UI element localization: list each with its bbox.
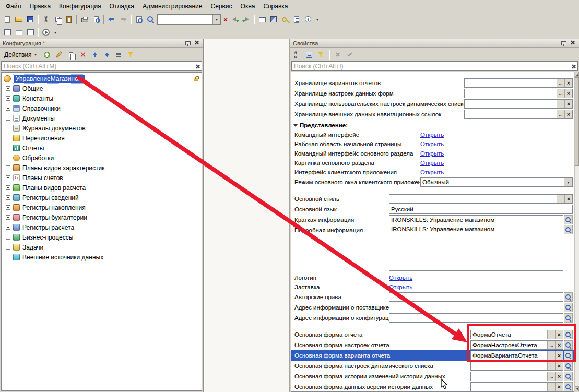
expand-icon[interactable] [6, 185, 10, 190]
open-editor-button[interactable] [564, 361, 573, 371]
new-document-button[interactable] [2, 14, 13, 25]
property-row-brief-information[interactable]: Краткая информация IRONSKILLS: Управлени… [291, 215, 574, 225]
clear-combo-button[interactable]: × [222, 14, 229, 25]
scroll-up-button[interactable] [575, 72, 579, 77]
open-button[interactable] [13, 14, 25, 25]
clear-value-button[interactable]: × [564, 110, 572, 118]
expand-icon[interactable] [6, 96, 10, 101]
scrollbar-thumb[interactable] [575, 77, 579, 166]
expand-icon[interactable] [6, 165, 10, 170]
property-row-main-window-mode[interactable]: Режим основного окна клиентского приложе… [291, 177, 574, 187]
expand-icon[interactable] [6, 215, 10, 220]
toolbar2-options-button[interactable]: ▼ [52, 27, 59, 38]
confirm-button[interactable] [344, 49, 356, 61]
property-value-field[interactable]: ...× [470, 382, 563, 391]
info-button[interactable] [302, 14, 314, 25]
sort-button[interactable] [113, 49, 125, 61]
property-row-storage-form-data-settings[interactable]: Хранилище настроек данных форм ...× [291, 88, 574, 99]
clear-value-button[interactable]: × [564, 195, 572, 203]
property-row-command-interface[interactable]: Командный интерфейс Открыть [291, 130, 574, 139]
expand-icon[interactable] [6, 116, 10, 121]
ellipsis-button[interactable]: ... [547, 351, 555, 360]
property-value-field[interactable]: Русский [389, 205, 573, 214]
open-editor-button[interactable] [564, 351, 573, 360]
expand-icon[interactable] [6, 86, 10, 91]
property-value-field[interactable]: ...× [464, 78, 573, 88]
tree-item-charts-of-accounts[interactable]: Планы счетов [2, 173, 202, 183]
open-editor-button[interactable] [564, 340, 573, 350]
pin-button[interactable] [561, 40, 566, 46]
properties-scrollbar[interactable] [574, 72, 579, 391]
open-editor-button[interactable] [564, 313, 573, 323]
property-value-field[interactable]: ФормаОтчета...× [470, 330, 563, 339]
tree-item-accumulation-registers[interactable]: Регистры накопления [2, 203, 202, 212]
move-up-button[interactable] [89, 49, 101, 61]
menu-service[interactable]: Сервис [206, 1, 236, 12]
tree-item-data-processors[interactable]: Обработки [2, 153, 202, 163]
combo-dropdown-button[interactable]: ▼ [564, 178, 572, 186]
clear-search-button[interactable] [569, 62, 577, 70]
tree-item-charts-of-calculation-types[interactable]: Планы видов расчета [2, 183, 202, 193]
delete-button[interactable] [77, 49, 89, 61]
expand-icon[interactable] [6, 245, 10, 250]
close-panel-button[interactable] [193, 39, 200, 47]
property-value-field[interactable]: ...× [464, 99, 573, 109]
configuration-search-input[interactable] [2, 63, 193, 70]
tree-item-information-registers[interactable]: Регистры сведений [2, 193, 202, 203]
filter-properties-button[interactable] [315, 49, 327, 61]
property-value-field[interactable]: ...× [464, 89, 573, 98]
clear-value-button[interactable]: × [555, 341, 563, 349]
expand-icon[interactable] [6, 195, 10, 200]
menu-edit[interactable]: Правка [26, 1, 55, 12]
tree-item-common[interactable]: Общие [2, 84, 202, 93]
copy-node-button[interactable] [65, 49, 77, 61]
menu-configuration[interactable]: Конфигурация [55, 1, 105, 12]
menu-administration[interactable]: Администрирование [138, 1, 206, 12]
tree-item-documents[interactable]: Документы [2, 113, 202, 123]
tree-item-accounting-registers[interactable]: Регистры бухгалтерии [2, 212, 202, 222]
property-row-default-dynamic-list-settings-form[interactable]: Основная форма настроек динамического сп… [291, 361, 574, 371]
expand-icon[interactable] [6, 235, 10, 240]
ellipsis-button[interactable]: ... [557, 89, 564, 98]
open-link[interactable]: Открыть [389, 284, 412, 290]
expand-icon[interactable] [6, 205, 10, 210]
property-value-field[interactable]: ...× [470, 361, 563, 371]
ellipsis-button[interactable]: ... [547, 372, 555, 381]
ellipsis-button[interactable]: ... [557, 100, 564, 108]
tree-item-charts-of-characteristic-types[interactable]: Планы видов характеристик [2, 163, 202, 173]
add-button[interactable] [41, 49, 53, 61]
tree-item-constants[interactable]: Константы [2, 93, 202, 103]
property-multiline-field[interactable]: IRONSKILLS: Управление магазином [389, 225, 563, 271]
open-editor-button[interactable] [564, 330, 573, 339]
columns-button[interactable] [25, 27, 36, 38]
copy-button[interactable] [52, 14, 63, 25]
search-combobox[interactable]: ▼ [157, 14, 221, 25]
open-link[interactable]: Открыть [420, 169, 444, 175]
ellipsis-button[interactable]: ... [547, 330, 555, 339]
expand-icon[interactable] [6, 225, 10, 230]
expand-icon[interactable] [6, 255, 10, 259]
menu-help[interactable]: Справка [259, 1, 292, 12]
property-row-default-report-settings-form[interactable]: Основная форма настроек отчета ФормаНаст… [291, 340, 574, 350]
property-row-default-language[interactable]: Основной язык Русский [291, 204, 574, 215]
property-value-field[interactable]: ...× [389, 194, 573, 204]
start-debugging-button[interactable] [40, 27, 52, 38]
property-row-copyright[interactable]: Авторские права [291, 292, 574, 302]
property-row-default-report-variant-form[interactable]: Основная форма варианта отчета ФормаВари… [291, 350, 574, 361]
menu-debug[interactable]: Отладка [105, 1, 138, 12]
open-link[interactable]: Открыть [389, 275, 412, 281]
property-row-logo[interactable]: Логотип Открыть [291, 273, 574, 282]
move-down-button[interactable] [101, 49, 113, 61]
ellipsis-button[interactable]: ... [547, 362, 555, 370]
open-editor-button[interactable] [564, 372, 573, 381]
property-value-field[interactable]: ...× [470, 372, 563, 381]
property-row-home-page-work-area[interactable]: Рабочая область начальной страницы Откры… [291, 139, 574, 149]
expand-icon[interactable] [6, 156, 10, 160]
windows-layout-button[interactable] [13, 27, 25, 38]
expand-icon[interactable] [6, 126, 10, 130]
open-link[interactable]: Открыть [420, 150, 444, 157]
open-link[interactable]: Открыть [420, 141, 444, 147]
tree-item-reports[interactable]: Отчеты [2, 143, 202, 153]
edit-button[interactable] [53, 49, 65, 61]
ellipsis-button[interactable]: ... [547, 383, 555, 391]
